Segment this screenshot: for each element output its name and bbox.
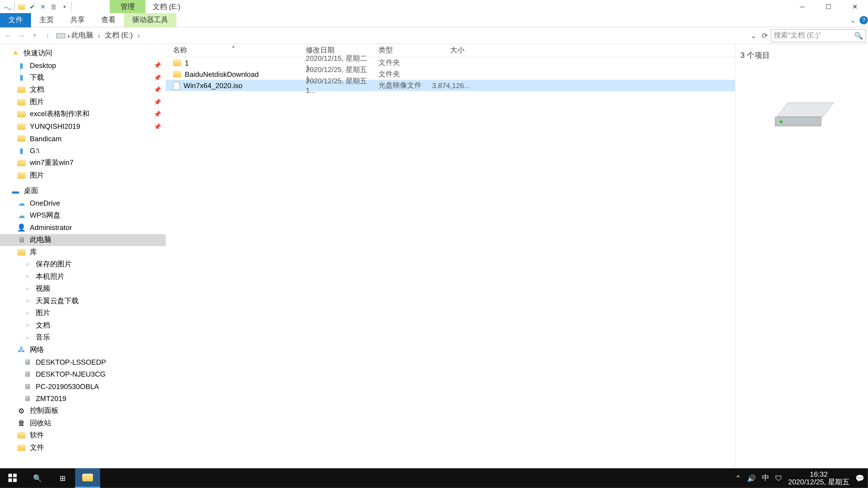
nav-library-item[interactable]: ▫天翼云盘下载: [0, 295, 166, 307]
crumb-drive[interactable]: 文档 (E:): [103, 30, 134, 40]
nav-item[interactable]: ☁WPS网盘: [0, 209, 166, 222]
nav-network-pc[interactable]: 🖥ZMT2019: [0, 393, 166, 405]
folder-icon: [17, 134, 26, 143]
up-button[interactable]: ↑: [41, 29, 54, 42]
tab-file[interactable]: 文件: [0, 13, 31, 27]
nav-item[interactable]: 库: [0, 246, 166, 258]
security-icon[interactable]: 🛡: [775, 474, 782, 482]
nav-item[interactable]: 软件: [0, 429, 166, 442]
window-title: 文档 (E:): [145, 0, 187, 13]
nav-network-pc[interactable]: 🖥DESKTOP-NJEU3CG: [0, 368, 166, 381]
nav-qa-item[interactable]: ▮G:\: [0, 145, 166, 157]
address-dropdown-icon[interactable]: ⌄: [748, 31, 758, 39]
nav-network[interactable]: 🖧网络: [0, 344, 166, 356]
nav-item[interactable]: 🖥此电脑: [0, 234, 166, 246]
nav-item[interactable]: 🗑回收站: [0, 417, 166, 429]
col-size[interactable]: 大小: [432, 45, 469, 55]
folder-icon: ▮: [17, 73, 26, 82]
refresh-icon[interactable]: ⟳: [759, 31, 771, 39]
star-icon: ★: [11, 48, 20, 58]
nav-library-item[interactable]: ▫保存的图片: [0, 258, 166, 270]
tray-expand-icon[interactable]: ⌃: [735, 474, 741, 482]
close-button[interactable]: ✕: [842, 0, 868, 13]
tab-home[interactable]: 主页: [31, 13, 62, 27]
sort-asc-icon: ▴: [232, 43, 235, 49]
nav-network-pc[interactable]: 🖥PC-20190530OBLA: [0, 381, 166, 393]
tab-drive-tools[interactable]: 驱动器工具: [124, 13, 176, 27]
file-row[interactable]: Win7x64_2020.iso2020/12/25, 星期五 1...光盘映像…: [166, 80, 735, 91]
nav-network-pc[interactable]: 🖥DESKTOP-LSSOEDP: [0, 356, 166, 368]
qat-check-icon[interactable]: ✔: [27, 1, 37, 12]
nav-item[interactable]: 👤Administrator: [0, 222, 166, 234]
tab-share[interactable]: 共享: [62, 13, 93, 27]
folder-icon: [17, 85, 26, 94]
help-icon[interactable]: ?: [860, 16, 868, 24]
nav-library-item[interactable]: ▫音乐: [0, 331, 166, 344]
chevron-right-icon[interactable]: ›: [96, 31, 102, 39]
file-row[interactable]: 12020/12/15, 星期二 1...文件夹: [166, 57, 735, 68]
nav-item[interactable]: ☁OneDrive: [0, 197, 166, 209]
pin-icon: 📌: [154, 99, 161, 105]
breadcrumb: 此电脑 › 文档 (E:) ›: [70, 30, 142, 40]
qat-close-icon[interactable]: ✕: [37, 1, 48, 12]
nav-qa-item[interactable]: ▮Desktop📌: [0, 59, 166, 71]
ribbon-expand-icon[interactable]: ⌄: [846, 16, 860, 24]
nav-qa-item[interactable]: YUNQISHI2019📌: [0, 121, 166, 133]
search-input[interactable]: 搜索"文档 (E:)" 🔍: [771, 29, 866, 42]
ime-indicator[interactable]: 中: [762, 473, 769, 483]
network-icon: 🖧: [17, 345, 26, 355]
main-area: ★快速访问 ▮Desktop📌▮下载📌文档📌图片📌excel表格制作求和📌YUN…: [0, 44, 868, 470]
library-icon: ▫: [23, 284, 32, 293]
app-icon[interactable]: [2, 1, 13, 12]
task-view-button[interactable]: ⊞: [50, 468, 75, 488]
explorer-taskbar-icon[interactable]: [75, 468, 100, 488]
pin-icon: 📌: [154, 87, 161, 93]
preview-pane: 3 个项目: [736, 44, 868, 470]
folder-icon: ▮: [17, 61, 26, 70]
nav-qa-item[interactable]: win7重装win7: [0, 157, 166, 169]
nav-library-item[interactable]: ▫本机照片: [0, 270, 166, 283]
tab-view[interactable]: 查看: [93, 13, 124, 27]
nav-library-item[interactable]: ▫图片: [0, 307, 166, 319]
nav-item[interactable]: ⚙控制面板: [0, 405, 166, 417]
nav-qa-item[interactable]: 图片📌: [0, 96, 166, 108]
nav-library-item[interactable]: ▫视频: [0, 283, 166, 295]
col-name[interactable]: 名称▴: [166, 45, 299, 55]
chevron-right-icon[interactable]: ›: [135, 31, 142, 39]
nav-icon: 🗑: [17, 418, 26, 428]
col-type[interactable]: 类型: [371, 45, 432, 55]
search-icon: 🔍: [854, 31, 863, 39]
qat-folder-icon[interactable]: [16, 1, 27, 12]
nav-desktop[interactable]: ▬桌面: [0, 185, 166, 197]
folder-icon: [17, 109, 26, 119]
nav-qa-item[interactable]: Bandicam: [0, 133, 166, 145]
maximize-button[interactable]: ☐: [815, 0, 842, 13]
search-button[interactable]: 🔍: [25, 468, 50, 488]
start-button[interactable]: [0, 468, 25, 488]
nav-library-item[interactable]: ▫文档: [0, 319, 166, 331]
pc-icon: 🖥: [23, 394, 32, 403]
chevron-right-icon[interactable]: ›: [67, 31, 70, 39]
file-row[interactable]: BaiduNetdiskDownload2020/12/25, 星期五 1...…: [166, 68, 735, 80]
column-headers: 名称▴ 修改日期 类型 大小: [166, 44, 735, 57]
nav-qa-item[interactable]: 文档📌: [0, 84, 166, 96]
recent-dropdown[interactable]: ▾: [28, 29, 41, 42]
nav-qa-item[interactable]: ▮下载📌: [0, 71, 166, 84]
back-button[interactable]: ←: [2, 29, 15, 42]
clock[interactable]: 16:32 2020/12/25, 星期五: [788, 470, 849, 486]
qat-dropdown-icon[interactable]: ▾: [59, 1, 70, 12]
item-count: 3 个项目: [740, 50, 863, 61]
nav-item[interactable]: 文件: [0, 442, 166, 454]
qat-delete-icon[interactable]: 🗑: [49, 1, 59, 12]
volume-icon[interactable]: 🔊: [747, 474, 756, 482]
nav-quick-access[interactable]: ★快速访问: [0, 47, 166, 59]
pc-icon: 🖥: [23, 382, 32, 391]
crumb-this-pc[interactable]: 此电脑: [70, 30, 95, 40]
nav-qa-item[interactable]: 图片: [0, 169, 166, 182]
action-center-icon[interactable]: 💬: [855, 474, 864, 482]
svg-rect-1: [8, 474, 12, 477]
forward-button[interactable]: →: [15, 29, 28, 42]
nav-qa-item[interactable]: excel表格制作求和📌: [0, 108, 166, 121]
minimize-button[interactable]: ─: [789, 0, 815, 13]
nav-icon: [17, 431, 26, 440]
